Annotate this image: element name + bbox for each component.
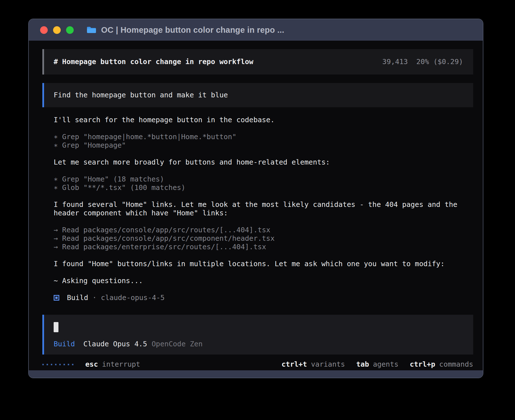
terminal-window: OC | Homepage button color change in rep… (28, 19, 483, 378)
session-title: # Homepage button color change in repo w… (54, 58, 253, 66)
zoom-button[interactable] (66, 26, 74, 34)
tool-call-grep: ∗ Grep "homepage|home.*button|Home.*butt… (54, 133, 473, 141)
action-commands: commands (439, 360, 473, 369)
key-esc: esc (85, 360, 98, 369)
action-interrupt: interrupt (102, 360, 140, 369)
working-spinner-dots (42, 364, 73, 365)
text-cursor (54, 322, 58, 332)
window-footer (29, 370, 483, 378)
user-message: Find the homepage button and make it blu… (42, 83, 473, 107)
assistant-message: I'll search for the homepage button in t… (54, 116, 473, 124)
close-button[interactable] (40, 26, 48, 34)
hint-agents: tab agents (356, 360, 398, 369)
assistant-message: Let me search more broadly for buttons a… (54, 158, 473, 167)
action-agents: agents (373, 360, 398, 369)
agent-name: Build (67, 294, 88, 302)
window-titlebar: OC | Homepage button color change in rep… (29, 19, 483, 41)
tool-call-grep: ∗ Grep "Home" (18 matches) (54, 175, 473, 183)
mode-selector[interactable]: Build (54, 340, 75, 348)
action-variants: variants (311, 360, 345, 369)
key-tab: tab (356, 360, 369, 369)
terminal-content: # Homepage button color change in repo w… (29, 41, 483, 370)
build-agent-icon (54, 295, 59, 301)
folder-icon (86, 26, 97, 34)
agent-status-line: Build · claude-opus-4-5 (54, 294, 473, 302)
hint-variants: ctrl+t variants (281, 360, 345, 369)
agent-model-id: claude-opus-4-5 (101, 294, 165, 302)
status-bar: esc interrupt ctrl+t variants tab agents… (42, 360, 473, 369)
user-message-text: Find the homepage button and make it blu… (54, 91, 228, 99)
session-header: # Homepage button color change in repo w… (42, 49, 473, 75)
session-stats: 39,413 20% ($0.29) (382, 58, 463, 66)
status-right: ctrl+t variants tab agents ctrl+p comman… (281, 360, 473, 369)
assistant-message: I found "Home" buttons/links in multiple… (54, 260, 473, 268)
prompt-input[interactable]: Build Claude Opus 4.5 OpenCode Zen (42, 315, 473, 355)
working-status-text: ~ Asking questions... (54, 277, 473, 285)
assistant-transcript: I'll search for the homepage button in t… (42, 116, 473, 302)
minimize-button[interactable] (53, 26, 61, 34)
input-meta: Build Claude Opus 4.5 OpenCode Zen (54, 340, 464, 348)
status-left: esc interrupt (42, 360, 140, 369)
context-usage-cost: 20% ($0.29) (416, 58, 463, 66)
token-count: 39,413 (382, 58, 408, 66)
key-ctrl-p: ctrl+p (410, 360, 435, 369)
tool-call-read: → Read packages/console/app/src/routes/[… (54, 226, 473, 234)
tool-call-read: → Read packages/enterprise/src/routes/[.… (54, 243, 473, 251)
tool-call-read: → Read packages/console/app/src/componen… (54, 234, 473, 243)
hint-commands: ctrl+p commands (410, 360, 473, 369)
window-title: OC | Homepage button color change in rep… (101, 25, 284, 35)
tool-call-grep: ∗ Grep "Homepage" (54, 141, 473, 150)
tool-call-glob: ∗ Glob "**/*.tsx" (100 matches) (54, 183, 473, 192)
separator-dot: · (92, 294, 97, 302)
provider-name: OpenCode Zen (152, 340, 203, 348)
assistant-message: I found several "Home" links. Let me loo… (54, 200, 473, 217)
model-name: Claude Opus 4.5 (83, 340, 147, 348)
key-ctrl-t: ctrl+t (281, 360, 307, 369)
